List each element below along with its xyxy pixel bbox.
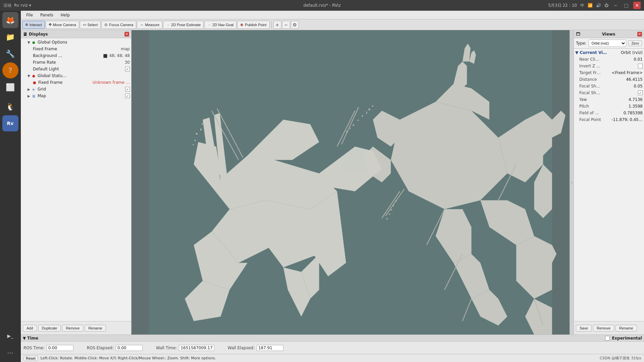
background-row[interactable]: Background … 48; 48; 48 bbox=[21, 52, 131, 59]
current-view-expand[interactable]: ▼ bbox=[575, 50, 578, 55]
pitch-row[interactable]: Pitch 1.3598 bbox=[574, 103, 644, 110]
yaw-row[interactable]: Yaw 4.7136 bbox=[574, 96, 644, 103]
duplicate-button[interactable]: Duplicate bbox=[38, 325, 61, 331]
field-of-view-row[interactable]: Field of … 0.785398 bbox=[574, 110, 644, 116]
wall-time-value[interactable]: 1651587009.17 bbox=[179, 345, 214, 351]
add-button[interactable]: Add bbox=[23, 325, 37, 331]
invert-z-value[interactable] bbox=[638, 64, 643, 68]
grid-row[interactable]: ▶ ◈ Grid bbox=[21, 86, 131, 93]
map-expand[interactable]: ▶ bbox=[28, 94, 32, 98]
experimental-checkbox[interactable] bbox=[605, 336, 610, 341]
focal-sh2-value[interactable] bbox=[638, 90, 643, 95]
toolbar-interact[interactable]: ⊕ Interact bbox=[22, 21, 45, 29]
menu-help[interactable]: Help bbox=[57, 12, 73, 18]
default-light-row[interactable]: Default Light bbox=[21, 66, 131, 72]
toolbar-focus-camera[interactable]: ◎ Focus Camera bbox=[101, 21, 136, 29]
taskbar-penguin[interactable]: 🐧 bbox=[2, 99, 18, 115]
views-remove-button[interactable]: Remove bbox=[593, 325, 614, 331]
grid-expand[interactable]: ▶ bbox=[28, 87, 32, 91]
toolbar-settings[interactable]: ⚙ bbox=[291, 21, 299, 29]
fixed-frame-error-row[interactable]: ● Fixed Frame Unknown frame … bbox=[21, 79, 131, 86]
field-of-view-value[interactable]: 0.785398 bbox=[624, 111, 643, 115]
views-save-button[interactable]: Save bbox=[576, 325, 592, 331]
global-options-expand[interactable]: ▼ bbox=[28, 41, 32, 44]
global-status-expand[interactable]: ▼ bbox=[28, 74, 32, 78]
remove-button[interactable]: Remove bbox=[62, 325, 83, 331]
svg-rect-54 bbox=[353, 124, 354, 126]
background-value[interactable]: 48; 48; 48 bbox=[103, 53, 130, 58]
focal-sh1-row[interactable]: Focal Sh… 0.05 bbox=[574, 83, 644, 89]
displays-close-button[interactable]: ✕ bbox=[124, 32, 129, 37]
target-frame-row[interactable]: Target Fr… <Fixed Frame> bbox=[574, 69, 644, 76]
default-light-value[interactable] bbox=[125, 67, 130, 71]
toolbar-move-camera[interactable]: ✥ Move Camera bbox=[46, 21, 79, 29]
zero-button[interactable]: Zero bbox=[628, 40, 642, 46]
taskbar-settings[interactable]: 🔧 bbox=[2, 46, 18, 62]
minimize-button[interactable]: ─ bbox=[612, 2, 619, 9]
global-status-icon: ● bbox=[32, 74, 38, 78]
global-status-row[interactable]: ▼ ● Global Statu… bbox=[21, 72, 131, 79]
taskbar-firefox[interactable]: 🦊 bbox=[2, 12, 18, 28]
focal-sh2-row[interactable]: Focal Sh… bbox=[574, 89, 644, 96]
default-light-checkbox[interactable] bbox=[125, 67, 130, 71]
maximize-button[interactable]: □ bbox=[623, 2, 630, 9]
point-cloud-visualization bbox=[131, 30, 570, 335]
views-close-button[interactable]: ✕ bbox=[637, 32, 642, 37]
svg-rect-29 bbox=[193, 144, 194, 145]
toolbar-zoom-in[interactable]: + bbox=[273, 21, 281, 29]
wall-elapsed-value[interactable]: 187.91 bbox=[257, 345, 283, 351]
taskbar-files[interactable]: 📁 bbox=[2, 29, 18, 45]
focal-point-value[interactable]: -11.879; 0.45… bbox=[611, 117, 643, 122]
distance-row[interactable]: Distance 46.4115 bbox=[574, 76, 644, 83]
near-clip-row[interactable]: Near Cli… 0.01 bbox=[574, 56, 644, 63]
target-frame-value[interactable]: <Fixed Frame> bbox=[612, 70, 643, 75]
taskbar-apps[interactable]: ⬜ bbox=[2, 79, 18, 95]
fixed-frame-row[interactable]: Fixed Frame map bbox=[21, 46, 131, 52]
ros-elapsed-value[interactable]: 0.00 bbox=[116, 345, 143, 351]
near-clip-value[interactable]: 0.01 bbox=[634, 57, 643, 62]
toolbar-zoom-out[interactable]: − bbox=[282, 21, 290, 29]
toolbar: ⊕ Interact ✥ Move Camera ▭ Select ◎ Focu… bbox=[21, 19, 644, 30]
select-icon: ▭ bbox=[83, 22, 86, 27]
rename-button[interactable]: Rename bbox=[85, 325, 106, 331]
fixed-frame-value[interactable]: map bbox=[121, 47, 130, 51]
distance-value[interactable]: 46.4115 bbox=[626, 77, 643, 82]
close-button[interactable]: ✕ bbox=[633, 2, 641, 9]
focal-point-row[interactable]: Focal Point -11.879; 0.45… bbox=[574, 116, 644, 123]
taskbar-help[interactable]: ? bbox=[2, 62, 18, 78]
toolbar-select[interactable]: ▭ Select bbox=[80, 21, 101, 29]
grid-checkbox[interactable] bbox=[125, 87, 130, 92]
focal-point-label: Focal Point bbox=[579, 117, 611, 122]
ros-elapsed-field: ROS Elapsed: 0.00 bbox=[87, 345, 143, 351]
toolbar-2d-nav[interactable]: → 2D Nav Goal bbox=[204, 21, 236, 29]
viewport[interactable] bbox=[131, 30, 570, 335]
views-rename-button[interactable]: Rename bbox=[615, 325, 637, 331]
background-color-swatch[interactable] bbox=[103, 54, 107, 58]
menu-file[interactable]: File bbox=[23, 12, 36, 18]
invert-z-checkbox[interactable] bbox=[638, 64, 643, 68]
frame-rate-value[interactable]: 30 bbox=[125, 60, 130, 65]
taskbar-terminal[interactable]: ▶_ bbox=[2, 328, 18, 344]
global-options-row[interactable]: ▼ ● Global Options bbox=[21, 39, 131, 46]
focal-sh2-checkbox[interactable] bbox=[638, 90, 643, 95]
toolbar-2d-pose[interactable]: → 2D Pose Estimate bbox=[163, 21, 204, 29]
type-select[interactable]: Orbit (rviz) bbox=[589, 40, 627, 47]
pitch-value[interactable]: 1.3598 bbox=[629, 104, 643, 109]
yaw-value[interactable]: 4.7136 bbox=[629, 97, 643, 102]
time-expand[interactable]: ▼ bbox=[23, 336, 26, 341]
views-footer: Save Remove Rename bbox=[574, 321, 644, 335]
taskbar-rviz[interactable]: Rv bbox=[2, 115, 18, 131]
toolbar-measure[interactable]: ↔ Measure bbox=[137, 21, 162, 29]
frame-rate-row[interactable]: Frame Rate 30 bbox=[21, 59, 131, 66]
map-checkbox[interactable] bbox=[125, 94, 130, 98]
reset-button[interactable]: Reset bbox=[23, 356, 38, 361]
toolbar-publish-point[interactable]: ◉ Publish Point bbox=[237, 21, 269, 29]
panel-collapse-handle[interactable]: ‹ bbox=[570, 30, 574, 335]
invert-z-row[interactable]: Invert Z … bbox=[574, 63, 644, 69]
map-row[interactable]: ▶ ▦ Map bbox=[21, 93, 131, 99]
ros-time-value[interactable]: 0.00 bbox=[47, 345, 73, 351]
menu-panels[interactable]: Panels bbox=[37, 12, 57, 18]
current-view-header[interactable]: ▼ Current Vi… Orbit (rviz) bbox=[574, 49, 644, 56]
focal-sh1-value[interactable]: 0.05 bbox=[634, 84, 643, 88]
taskbar-show-apps[interactable]: ⋯ bbox=[2, 345, 18, 361]
